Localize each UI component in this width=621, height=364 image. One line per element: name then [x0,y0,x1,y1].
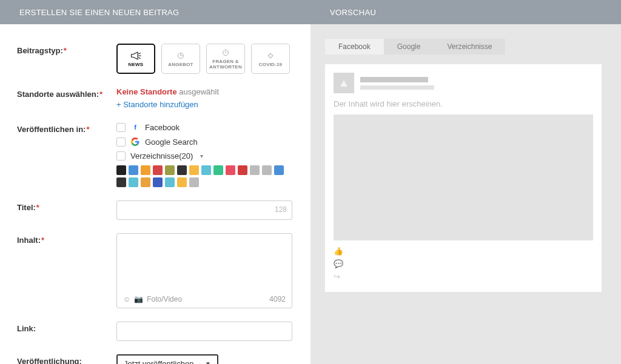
svg-point-3 [269,54,272,58]
preview-pane: Facebook Google Verzeichnisse Der Inhalt… [310,24,621,364]
publish-facebook-label: Facebook [145,123,180,132]
label-title: Titel:* [17,200,116,220]
directory-icon [141,177,150,187]
add-locations-link[interactable]: + Standorte hinzufügen [116,100,294,109]
directory-icon [129,177,138,187]
meta-placeholder-bar [360,85,434,90]
directory-icon [129,165,138,175]
directory-icon [238,165,247,175]
directory-icon [226,165,235,175]
preview-actions: 👍 💬 ↪ [334,247,593,281]
directory-icon [201,165,211,175]
post-type-covid[interactable]: COVID-19 [251,44,290,74]
comment-icon: 💬 [334,259,593,268]
publish-facebook-row: f Facebook [116,122,294,132]
media-label: Foto/Video [147,295,182,303]
checkbox-directories[interactable] [116,151,126,160]
directory-icon [165,165,175,175]
label-link: Link: [17,322,116,341]
preview-card: Der Inhalt wird hier erscheinen. 👍 💬 ↪ [325,64,602,292]
label-publication: Veröffentlichung: [17,354,116,364]
virus-icon [265,51,276,60]
checkbox-facebook[interactable] [116,123,126,132]
label-locations: Standorte auswählen:* [17,87,116,109]
preview-image-placeholder [334,114,593,240]
directory-icon [153,177,163,187]
publication-select[interactable]: Jetzt veröffentlichen ▼ [116,354,218,364]
directory-icon [250,165,260,175]
label-publish-in: Veröffentlichen in:* [17,122,116,187]
camera-icon[interactable]: 📷 [134,295,143,303]
title-input[interactable]: 128 [116,200,292,220]
header-title-left: ERSTELLEN SIE EINEN NEUEN BEITRAG [0,8,310,17]
directory-icon [213,165,223,175]
chevron-down-icon: ▼ [205,360,211,365]
preview-tabs: Facebook Google Verzeichnisse [325,39,602,55]
create-post-form: Beitragstyp:* NEWS ANGEBOT ? FRAGEN & AN… [0,24,310,364]
content-textarea[interactable]: ☺ 📷 Foto/Video 4092 [116,233,292,308]
page-header: ERSTELLEN SIE EINEN NEUEN BEITRAG VORSCH… [0,0,621,24]
name-placeholder-bar [360,77,428,82]
google-icon [130,137,140,147]
label-content: Inhalt:* [17,233,116,308]
question-icon: ? [220,48,231,57]
chevron-down-icon: ▾ [200,153,203,159]
content-char-count: 4092 [269,295,286,303]
publish-directories-label: Verzeichnisse(20) [130,151,193,160]
title-char-count: 128 [275,205,287,214]
svg-text:?: ? [224,51,227,55]
tab-google[interactable]: Google [384,39,434,55]
post-type-offer[interactable]: ANGEBOT [161,44,200,74]
avatar-placeholder [334,73,354,93]
checkbox-google[interactable] [116,137,126,147]
publication-selected: Jetzt veröffentlichen [124,359,193,365]
directory-icon [189,177,199,187]
directory-icons-grid [116,165,294,187]
megaphone-icon [130,51,141,60]
header-title-right: VORSCHAU [310,8,376,17]
preview-placeholder-text: Der Inhalt wird hier erscheinen. [334,99,593,108]
link-input[interactable] [116,322,292,341]
directory-icon [116,177,126,187]
label-post-type: Beitragstyp:* [17,44,116,74]
tag-icon [175,51,186,60]
locations-none-text: Keine Standorte ausgewählt [116,87,294,96]
directory-icon [262,165,272,175]
publish-directories-row[interactable]: Verzeichnisse(20) ▾ [116,151,294,160]
post-type-news[interactable]: NEWS [116,44,155,74]
directory-icon [274,165,284,175]
tab-facebook[interactable]: Facebook [325,39,384,55]
like-icon: 👍 [334,247,593,256]
directory-icon [165,177,175,187]
share-icon: ↪ [334,272,593,281]
tab-directories[interactable]: Verzeichnisse [434,39,505,55]
directory-icon [116,165,126,175]
emoji-icon[interactable]: ☺ [123,295,130,303]
facebook-icon: f [130,122,140,132]
directory-icon [177,177,187,187]
directory-icon [141,165,150,175]
directory-icon [189,165,199,175]
publish-google-label: Google Search [145,137,198,147]
directory-icon [153,165,163,175]
post-type-qa[interactable]: ? FRAGEN & ANTWORTEN [206,44,245,74]
publish-google-row: Google Search [116,137,294,147]
directory-icon [177,165,187,175]
